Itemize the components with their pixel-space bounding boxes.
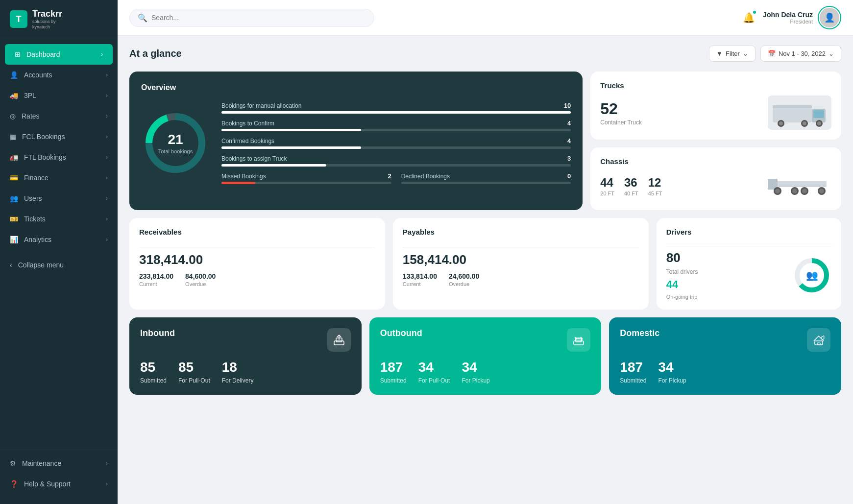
sidebar-collapse-menu[interactable]: ‹ Collapse menu — [0, 255, 118, 275]
chassis-label-40ft: 40 FT — [624, 191, 638, 196]
sidebar-item-dashboard[interactable]: ⊞ Dashboard › — [5, 44, 113, 65]
sidebar-item-3pl[interactable]: 🚚 3PL › — [0, 85, 118, 106]
tickets-icon: 🎫 — [10, 215, 18, 223]
progress-item-assign-truck: Bookings to assign Truck 3 — [221, 155, 571, 167]
receivables-total: 318,414.00 — [139, 252, 375, 267]
progress-row-last: Missed Bookings 2 Declined Bookings 0 — [221, 172, 571, 184]
search-box[interactable]: 🔍 — [129, 9, 374, 27]
sidebar-label-maintenance: Maintenance — [22, 459, 61, 467]
filter-button[interactable]: ▼ Filter ⌄ — [709, 46, 756, 62]
sidebar-item-rates[interactable]: ◎ Rates › — [0, 106, 118, 126]
chevron-right-icon: › — [106, 174, 108, 181]
progress-item-declined: Declined Bookings 0 — [401, 172, 571, 184]
topbar: 🔍 🔔 John Dela Cruz President 👤 — [118, 0, 853, 36]
svg-rect-13 — [770, 181, 827, 187]
donut-center: 21 Total bookings — [158, 132, 193, 154]
calendar-icon: 📅 — [768, 50, 776, 57]
inbound-delivery-num: 18 — [222, 360, 254, 375]
svg-point-22 — [819, 189, 824, 193]
date-filter-button[interactable]: 📅 Nov 1 - 30, 2022 ⌄ — [760, 46, 841, 62]
chassis-size-40ft: 36 40 FT — [624, 176, 638, 196]
inbound-header: Inbound — [140, 328, 351, 352]
domestic-submitted: 187 Submitted — [620, 360, 646, 384]
sidebar-item-fcl-bookings[interactable]: ▦ FCL Bookings › — [0, 126, 118, 147]
sidebar-item-ftl-bookings[interactable]: 🚛 FTL Bookings › — [0, 147, 118, 168]
payables-breakdown: 133,814.00 Current 24,600.00 Overdue — [403, 272, 639, 287]
drivers-title: Drivers — [666, 228, 831, 236]
payables-current-label: Current — [403, 281, 437, 287]
inbound-stats: 85 Submitted 85 For Pull-Out 18 For Deli… — [140, 360, 351, 384]
sidebar-item-help[interactable]: ❓ Help & Support › — [0, 474, 118, 494]
outbound-pullout-num: 34 — [418, 360, 450, 375]
trucks-count: 52 — [600, 100, 642, 118]
payables-overdue-amount: 24,600.00 — [449, 272, 479, 280]
users-icon: 👥 — [10, 194, 18, 202]
inbound-submitted-num: 85 — [140, 360, 167, 375]
payables-current: 133,814.00 Current — [403, 272, 437, 287]
drivers-total: 80 — [666, 250, 698, 265]
inbound-svg-icon — [332, 333, 346, 347]
notification-badge — [752, 10, 757, 15]
outbound-title: Outbound — [380, 328, 422, 338]
collapse-label: Collapse menu — [18, 261, 64, 269]
total-bookings-label: Total bookings — [158, 148, 193, 154]
sidebar-item-analytics[interactable]: 📊 Analytics › — [0, 229, 118, 250]
progress-list: Bookings for manual allocation 10 Bookin… — [221, 102, 571, 184]
sidebar-item-finance[interactable]: 💳 Finance › — [0, 168, 118, 188]
drivers-ongoing: 44 — [666, 278, 698, 291]
sidebar-item-tickets[interactable]: 🎫 Tickets › — [0, 209, 118, 229]
inbound-submitted: 85 Submitted — [140, 360, 167, 384]
outbound-stats: 187 Submitted 34 For Pull-Out 34 For Pic… — [380, 360, 591, 384]
total-bookings-number: 21 — [158, 132, 193, 147]
metric-value-1: 4 — [567, 120, 571, 127]
finance-icon: 💳 — [10, 174, 18, 182]
search-input[interactable] — [151, 14, 366, 22]
filter-icon: ▼ — [716, 50, 723, 57]
sidebar-label-help: Help & Support — [24, 480, 71, 488]
svg-rect-3 — [773, 105, 812, 122]
search-icon: 🔍 — [138, 13, 147, 23]
app-name: Trackrr — [32, 9, 62, 19]
donut-chart: 21 Total bookings — [141, 109, 210, 177]
progress-item-confirm: Bookings to Confirm 4 — [221, 120, 571, 131]
payables-title: Payables — [403, 228, 639, 236]
drivers-donut-chart: 👥 — [792, 256, 831, 295]
receivables-overdue: 84,600.00 Overdue — [185, 272, 216, 287]
notification-bell[interactable]: 🔔 — [743, 12, 755, 24]
outbound-pickup: 34 For Pickup — [462, 360, 489, 384]
sidebar-item-users[interactable]: 👥 Users › — [0, 188, 118, 209]
metric-label-3: Bookings to assign Truck — [221, 155, 287, 162]
payables-overdue: 24,600.00 Overdue — [449, 272, 479, 287]
receivables-title: Receivables — [139, 228, 375, 236]
sidebar-label-users: Users — [24, 194, 42, 202]
sidebar-item-accounts[interactable]: 👤 Accounts › — [0, 65, 118, 85]
truck-image — [768, 96, 831, 130]
inbound-submitted-label: Submitted — [140, 377, 167, 384]
user-avatar: 👤 — [820, 8, 839, 27]
user-avatar-ring: 👤 — [818, 6, 841, 29]
receivables-current-amount: 233,814.00 — [139, 272, 173, 280]
domestic-icon — [807, 328, 830, 352]
progress-item-manual: Bookings for manual allocation 10 — [221, 102, 571, 114]
outbound-pickup-label: For Pickup — [462, 377, 489, 384]
svg-point-16 — [775, 189, 780, 193]
sidebar-item-maintenance[interactable]: ⚙ Maintenance › — [0, 453, 118, 474]
inbound-card: Inbound 85 Submitted — [129, 317, 362, 395]
drivers-icon: 👥 — [806, 269, 818, 281]
svg-point-7 — [779, 121, 783, 125]
receivables-current: 233,814.00 Current — [139, 272, 173, 287]
receivables-overdue-label: Overdue — [185, 281, 216, 287]
svg-rect-27 — [574, 341, 584, 345]
user-role: President — [763, 19, 813, 24]
date-chevron-icon: ⌄ — [829, 50, 834, 57]
payables-overdue-label: Overdue — [449, 281, 479, 287]
dashboard-icon: ⊞ — [15, 50, 21, 58]
inbound-title: Inbound — [140, 328, 175, 338]
chassis-size-45ft: 12 45 FT — [648, 176, 662, 196]
3pl-icon: 🚚 — [10, 92, 18, 99]
truck-svg — [770, 98, 829, 127]
chassis-label-45ft: 45 FT — [648, 191, 662, 196]
svg-rect-25 — [334, 341, 344, 345]
chevron-right-icon: › — [106, 460, 108, 467]
outbound-pullout-label: For Pull-Out — [418, 377, 450, 384]
